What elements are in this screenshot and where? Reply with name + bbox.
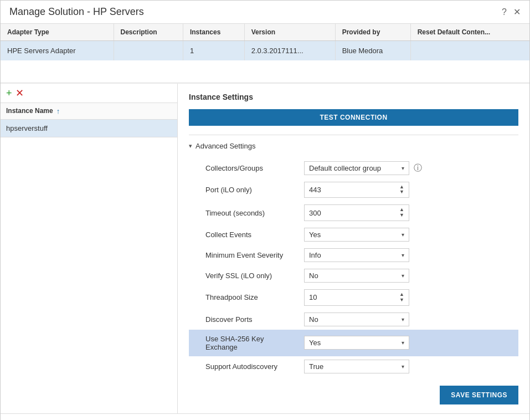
instance-list-header: Instance Name ↑ [1, 103, 177, 120]
threadpool-value: 10 [309, 293, 317, 301]
port-spinner[interactable]: 443 ▲ ▼ [304, 182, 409, 198]
timeout-spinner[interactable]: 300 ▲ ▼ [304, 204, 409, 221]
threadpool-spinner[interactable]: 10 ▲ ▼ [304, 289, 409, 306]
help-icon[interactable]: ? [502, 7, 507, 17]
sha256-dropdown-arrow: ▾ [402, 340, 404, 346]
collectors-groups-dropdown-arrow: ▾ [402, 165, 404, 171]
instance-name-label: Instance Name [6, 107, 53, 115]
label-sha256: Use SHA-256 Key Exchange [189, 330, 300, 356]
collect-events-select[interactable]: Yes ▾ [304, 228, 409, 242]
label-port: Port (iLO only) [189, 178, 300, 202]
label-threadpool-size: Threadpool Size [189, 286, 300, 309]
left-panel-footer [1, 137, 177, 413]
adapter-table-container: Adapter Type Description Instances Versi… [1, 24, 529, 83]
verify-ssl-value: No [309, 272, 318, 280]
col-description: Description [114, 24, 183, 41]
label-discover-ports: Discover Ports [189, 309, 300, 330]
min-event-severity-value: Info [309, 251, 321, 259]
support-autodiscovery-value: True [309, 362, 323, 371]
advanced-settings-header[interactable]: ▾ Advanced Settings [189, 142, 518, 150]
instance-list-item[interactable]: hpserverstuff [1, 120, 177, 137]
cell-provided-by: Blue Medora [335, 41, 410, 61]
port-value: 443 [309, 186, 321, 194]
value-discover-ports: No ▾ [300, 309, 518, 330]
support-autodiscovery-dropdown-arrow: ▾ [402, 363, 404, 370]
collectors-groups-select[interactable]: Default collector group ▾ [304, 161, 409, 175]
cell-reset [410, 41, 529, 61]
cell-version: 2.0.3.2017111... [244, 41, 335, 61]
value-port: 443 ▲ ▼ [300, 178, 518, 202]
sha256-value: Yes [309, 339, 321, 347]
dialog-title: Manage Solution - HP Servers [9, 6, 144, 18]
collectors-groups-value: Default collector group [309, 164, 381, 172]
table-row[interactable]: HPE Servers Adapter 1 2.0.3.2017111... B… [1, 41, 529, 61]
label-min-event-severity: Minimum Event Severity [189, 245, 300, 265]
collectors-groups-info-icon[interactable]: ⓘ [414, 163, 422, 173]
collect-events-value: Yes [309, 231, 321, 239]
col-instances: Instances [183, 24, 244, 41]
title-icons: ? ✕ [502, 7, 521, 17]
port-decrement-icon[interactable]: ▼ [399, 189, 404, 195]
min-event-severity-select[interactable]: Info ▾ [304, 248, 409, 262]
remove-instance-button[interactable]: ✕ [16, 88, 24, 98]
table-empty-row [1, 60, 529, 83]
label-verify-ssl: Verify SSL (iLO only) [189, 265, 300, 286]
save-btn-row: SAVE SETTINGS [189, 386, 518, 404]
col-provided-by: Provided by [335, 24, 410, 41]
left-panel: + ✕ Instance Name ↑ hpserverstuff [1, 84, 178, 413]
value-support-autodiscovery: True ▾ [300, 356, 518, 377]
threadpool-spinner-arrows: ▲ ▼ [399, 292, 404, 303]
timeout-spinner-arrows: ▲ ▼ [399, 207, 404, 218]
advanced-settings-section: ▾ Advanced Settings Collectors/Groups De… [189, 135, 518, 404]
label-collectors-groups: Collectors/Groups [189, 158, 300, 178]
main-content: + ✕ Instance Name ↑ hpserverstuff Instan… [1, 83, 529, 413]
discover-ports-select[interactable]: No ▾ [304, 313, 409, 326]
chevron-down-icon: ▾ [189, 142, 192, 150]
label-collect-events: Collect Events [189, 224, 300, 245]
label-support-autodiscovery: Support Autodiscovery [189, 356, 300, 377]
instance-settings-title: Instance Settings [189, 93, 518, 101]
value-min-event-severity: Info ▾ [300, 245, 518, 265]
table-header-row: Adapter Type Description Instances Versi… [1, 24, 529, 41]
cell-description [114, 41, 183, 61]
add-instance-button[interactable]: + [6, 88, 12, 98]
col-adapter-type: Adapter Type [1, 24, 114, 41]
manage-solution-dialog: Manage Solution - HP Servers ? ✕ Adapter… [0, 0, 530, 420]
value-collectors-groups: Default collector group ▾ ⓘ [300, 158, 518, 178]
timeout-value: 300 [309, 209, 321, 217]
port-spinner-arrows: ▲ ▼ [399, 185, 404, 196]
sort-arrow-icon[interactable]: ↑ [56, 107, 60, 115]
discover-ports-value: No [309, 315, 318, 324]
verify-ssl-select[interactable]: No ▾ [304, 269, 409, 283]
label-timeout: Timeout (seconds) [189, 201, 300, 224]
timeout-decrement-icon[interactable]: ▼ [399, 213, 404, 218]
dialog-footer: CLOSE [1, 413, 529, 420]
test-connection-button[interactable]: TEST CONNECTION [189, 109, 518, 126]
min-event-severity-dropdown-arrow: ▾ [402, 252, 404, 258]
value-threadpool-size: 10 ▲ ▼ [300, 286, 518, 309]
right-panel: Instance Settings TEST CONNECTION ▾ Adva… [178, 84, 529, 413]
discover-ports-dropdown-arrow: ▾ [402, 316, 404, 322]
advanced-settings-label: Advanced Settings [195, 142, 255, 150]
verify-ssl-dropdown-arrow: ▾ [402, 273, 404, 279]
left-toolbar: + ✕ [1, 84, 177, 103]
dialog-close-icon[interactable]: ✕ [513, 7, 521, 17]
value-collect-events: Yes ▾ [300, 224, 518, 245]
save-settings-button[interactable]: SAVE SETTINGS [440, 386, 518, 404]
sha256-select[interactable]: Yes ▾ [304, 336, 409, 350]
settings-grid: Collectors/Groups Default collector grou… [189, 158, 518, 377]
threadpool-decrement-icon[interactable]: ▼ [399, 298, 404, 303]
cell-instances: 1 [183, 41, 244, 61]
support-autodiscovery-select[interactable]: True ▾ [304, 360, 409, 373]
value-timeout: 300 ▲ ▼ [300, 201, 518, 224]
adapter-table: Adapter Type Description Instances Versi… [1, 24, 529, 83]
cell-adapter-type: HPE Servers Adapter [1, 41, 114, 61]
value-sha256: Yes ▾ [300, 330, 518, 356]
dialog-title-bar: Manage Solution - HP Servers ? ✕ [1, 1, 529, 24]
col-reset: Reset Default Conten... [410, 24, 529, 41]
collect-events-dropdown-arrow: ▾ [402, 232, 404, 238]
col-version: Version [244, 24, 335, 41]
value-verify-ssl: No ▾ [300, 265, 518, 286]
